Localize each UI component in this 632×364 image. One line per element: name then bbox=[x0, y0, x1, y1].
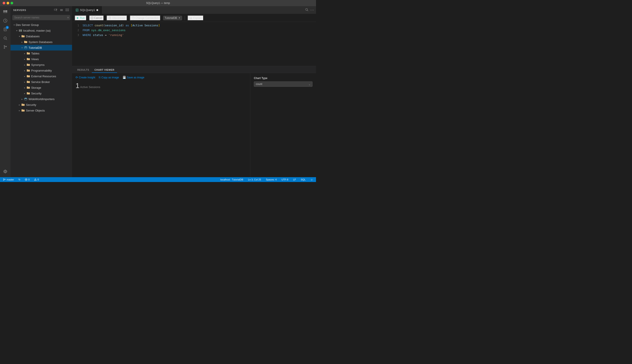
action-copy-as-image[interactable]: ⎘Copy as image bbox=[99, 76, 119, 79]
position-item[interactable]: Ln 3, Col 25 bbox=[247, 178, 262, 181]
db-name-label: TutorialDB bbox=[165, 16, 177, 20]
tree-item-service-broker[interactable]: Service Broker bbox=[10, 79, 72, 85]
tab-sqlquery1[interactable]: SQLQuery1 bbox=[72, 6, 102, 14]
database-selector[interactable]: TutorialDB bbox=[163, 16, 182, 20]
tree-item-system-databases[interactable]: System Databases bbox=[10, 39, 72, 45]
tree-item-external-resources[interactable]: External Resources bbox=[10, 73, 72, 79]
spaces-item[interactable]: Spaces: 4 bbox=[265, 178, 278, 181]
svg-rect-46 bbox=[190, 18, 191, 19]
server-tree: Dev Server Grouplocalhost, master (sa)Da… bbox=[10, 22, 72, 177]
svg-rect-21 bbox=[60, 10, 63, 11]
folder-icon bbox=[26, 57, 30, 61]
change-connection-icon bbox=[132, 16, 134, 20]
tree-item-server-objects[interactable]: Server Objects bbox=[10, 108, 72, 113]
results-tab-chart-viewer[interactable]: CHART VIEWER bbox=[92, 67, 117, 73]
maximize-button[interactable] bbox=[10, 2, 13, 4]
tree-item-label: Synonyms bbox=[31, 63, 44, 66]
window-title: SQLQuery1 — temp bbox=[146, 2, 170, 4]
sync-item[interactable]: ↻ bbox=[18, 178, 21, 181]
tree-item-dev-server-group[interactable]: Dev Server Group bbox=[10, 22, 72, 28]
chart-type-select[interactable]: countbarlinepie bbox=[254, 82, 312, 87]
git-branch-item[interactable]: master bbox=[2, 178, 15, 181]
tree-item-databases[interactable]: Databases bbox=[10, 33, 72, 39]
run-button[interactable]: Run bbox=[75, 15, 86, 21]
tree-item-localhost-master[interactable]: localhost, master (sa) bbox=[10, 28, 72, 33]
group-icon[interactable] bbox=[65, 8, 70, 13]
git-nav-icon[interactable] bbox=[1, 43, 9, 51]
tree-chevron-icon bbox=[15, 29, 18, 32]
search-nav-icon[interactable] bbox=[1, 34, 9, 42]
search-input[interactable] bbox=[12, 15, 70, 20]
collapse-icon[interactable] bbox=[59, 8, 64, 13]
error-count: 0 bbox=[28, 178, 30, 181]
settings-nav-icon[interactable] bbox=[1, 168, 9, 176]
folder-icon bbox=[26, 74, 30, 78]
more-actions-icon[interactable]: ··· bbox=[310, 8, 314, 12]
status-right: localhost : TutorialDB Ln 3, Col 25 Spac… bbox=[220, 178, 314, 181]
svg-rect-39 bbox=[91, 17, 93, 19]
errors-item[interactable]: 0 bbox=[24, 178, 30, 181]
search-clear-icon[interactable]: × bbox=[67, 16, 69, 19]
line-ending-item[interactable]: LF bbox=[292, 178, 297, 181]
result-number: 1 bbox=[76, 82, 80, 90]
tree-item-programmability[interactable]: Programmability bbox=[10, 68, 72, 73]
change-connection-button[interactable]: Change Connection bbox=[130, 15, 160, 21]
line-number: 3 bbox=[74, 34, 79, 37]
svg-rect-19 bbox=[60, 9, 63, 10]
tree-item-synonyms[interactable]: Synonyms bbox=[10, 62, 72, 68]
search-editor-icon[interactable] bbox=[305, 8, 308, 12]
code-editor[interactable]: 1SELECT count(session_id) as [Active Ses… bbox=[72, 22, 316, 66]
encoding-item[interactable]: UTF-8 bbox=[281, 178, 289, 181]
titlebar: SQLQuery1 — temp bbox=[0, 0, 316, 6]
results-body: ⟳Create Insight⎘Copy as image💾Save as im… bbox=[72, 73, 316, 177]
sync-icon: ↻ bbox=[18, 178, 20, 181]
tree-chevron-icon bbox=[23, 63, 26, 66]
tree-item-tables[interactable]: Tables bbox=[10, 50, 72, 56]
disconnect-button[interactable]: Disconnect bbox=[106, 15, 127, 21]
tree-item-security[interactable]: Security bbox=[10, 102, 72, 108]
svg-point-15 bbox=[4, 171, 6, 172]
minimize-button[interactable] bbox=[6, 2, 9, 4]
svg-point-3 bbox=[6, 12, 7, 12]
svg-rect-16 bbox=[54, 9, 56, 10]
cancel-button[interactable]: Cancel bbox=[89, 15, 104, 21]
close-button[interactable] bbox=[3, 2, 5, 4]
feedback-icon[interactable]: ☺ bbox=[310, 178, 314, 181]
new-connection-icon[interactable] bbox=[54, 8, 58, 13]
history-nav-icon[interactable] bbox=[1, 17, 9, 24]
svg-point-11 bbox=[4, 46, 5, 46]
run-icon bbox=[76, 17, 79, 19]
tree-item-security-tutorialdb[interactable]: Security bbox=[10, 90, 72, 96]
results-tab-results[interactable]: RESULTS bbox=[75, 67, 92, 73]
action-save-as-image[interactable]: 💾Save as image bbox=[122, 76, 144, 79]
results-main: ⟳Create Insight⎘Copy as image💾Save as im… bbox=[72, 73, 250, 177]
svg-marker-44 bbox=[179, 18, 180, 18]
tree-item-worldwideimporters[interactable]: WideWorldImporters bbox=[10, 96, 72, 102]
tree-chevron-icon bbox=[23, 69, 26, 72]
save-as-image-icon: 💾 bbox=[122, 76, 126, 79]
warning-icon bbox=[34, 178, 37, 181]
error-icon bbox=[25, 178, 28, 181]
svg-point-27 bbox=[21, 31, 22, 32]
search-box: × bbox=[12, 15, 70, 20]
connection-item[interactable]: localhost : TutorialDB bbox=[220, 178, 244, 181]
line-number: 2 bbox=[74, 29, 79, 32]
servers-nav-icon[interactable] bbox=[1, 8, 9, 16]
action-create-insight[interactable]: ⟳Create Insight bbox=[76, 76, 95, 79]
folder-icon bbox=[26, 68, 30, 72]
warnings-item[interactable]: 0 bbox=[33, 178, 40, 181]
tree-item-storage[interactable]: Storage bbox=[10, 85, 72, 90]
tree-item-tutorialdb[interactable]: TutorialDB bbox=[10, 45, 72, 50]
chart-type-label: Chart Type bbox=[254, 76, 312, 80]
query-nav-icon[interactable]: 1 bbox=[1, 26, 9, 33]
language-item[interactable]: SQL bbox=[300, 178, 306, 181]
code-line: 1SELECT count(session_id) as [Active Ses… bbox=[72, 24, 316, 28]
explain-button[interactable]: Explain bbox=[188, 15, 204, 21]
svg-rect-47 bbox=[191, 18, 192, 19]
results-actions: ⟳Create Insight⎘Copy as image💾Save as im… bbox=[76, 76, 246, 79]
tree-item-label: Databases bbox=[26, 35, 40, 38]
sql-file-icon bbox=[76, 8, 78, 12]
tree-item-label: System Databases bbox=[28, 40, 52, 44]
svg-rect-22 bbox=[66, 9, 69, 10]
tree-item-views[interactable]: Views bbox=[10, 56, 72, 62]
